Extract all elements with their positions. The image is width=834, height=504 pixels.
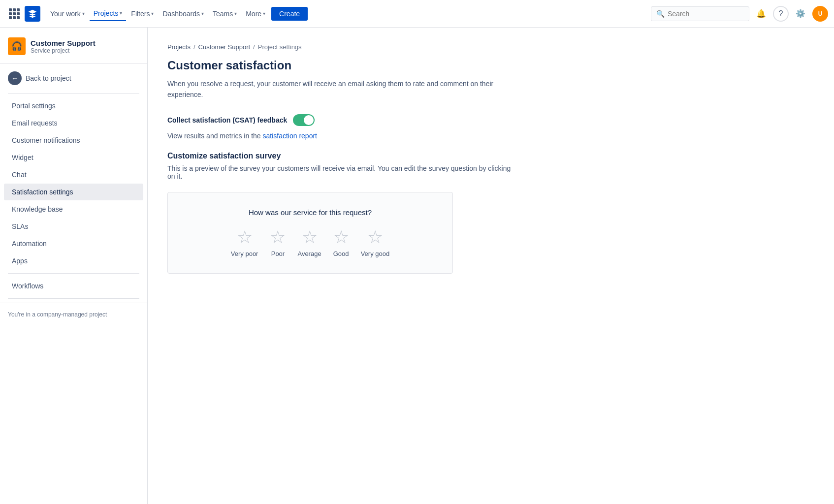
star-rating: ☆Very poor☆Poor☆Average☆Good☆Very good <box>180 228 441 257</box>
sidebar-divider-2 <box>8 273 139 274</box>
star-icon: ☆ <box>367 228 383 246</box>
toggle-thumb <box>304 115 314 125</box>
star-icon: ☆ <box>237 228 253 246</box>
star-label: Very good <box>361 250 390 257</box>
breadcrumb-current: Project settings <box>258 43 302 51</box>
sidebar-divider-3 <box>8 298 139 299</box>
create-button[interactable]: Create <box>271 7 308 21</box>
star-label: Good <box>333 250 349 257</box>
survey-preview: How was our service for this request? ☆V… <box>167 192 453 274</box>
back-to-project-button[interactable]: ← Back to project <box>0 67 147 89</box>
sidebar-item-widget[interactable]: Widget <box>4 149 143 166</box>
customize-description: This is a preview of the survey your cus… <box>167 164 512 180</box>
breadcrumb-projects[interactable]: Projects <box>167 43 191 51</box>
logo[interactable] <box>25 6 40 22</box>
csat-description: View results and metrics in the satisfac… <box>167 132 814 140</box>
star-icon: ☆ <box>270 228 286 246</box>
sidebar-item-portal-settings[interactable]: Portal settings <box>4 97 143 114</box>
sidebar-item-chat[interactable]: Chat <box>4 166 143 183</box>
toggle-check-icon: ✓ <box>296 117 300 123</box>
sidebar: 🎧 Customer Support Service project ← Bac… <box>0 28 148 504</box>
satisfaction-report-link[interactable]: satisfaction report <box>263 132 318 140</box>
star-option-very-good[interactable]: ☆Very good <box>361 228 390 257</box>
project-type: Service project <box>31 47 96 54</box>
star-option-very-poor[interactable]: ☆Very poor <box>231 228 258 257</box>
nav-item-filters[interactable]: Filters▾ <box>127 7 158 21</box>
breadcrumb: Projects / Customer Support / Project se… <box>167 43 814 51</box>
sidebar-item-customer-notifications[interactable]: Customer notifications <box>4 132 143 149</box>
sidebar-item-email-requests[interactable]: Email requests <box>4 115 143 131</box>
csat-setting-row: Collect satisfaction (CSAT) feedback ✓ <box>167 114 814 126</box>
star-label: Very poor <box>231 250 258 257</box>
topnav: Your work▾Projects▾Filters▾Dashboards▾Te… <box>0 0 834 28</box>
settings-button[interactable]: ⚙️ <box>793 6 808 22</box>
notifications-button[interactable]: 🔔 <box>753 6 769 22</box>
project-icon: 🎧 <box>8 37 26 55</box>
sidebar-divider <box>8 93 139 94</box>
survey-question[interactable]: How was our service for this request? <box>180 208 441 217</box>
customize-heading: Customize satisfaction survey <box>167 152 814 160</box>
page-title: Customer satisfaction <box>167 59 814 72</box>
nav-item-dashboards[interactable]: Dashboards▾ <box>159 7 208 21</box>
avatar[interactable]: U <box>812 6 828 22</box>
sidebar-item-slas[interactable]: SLAs <box>4 218 143 235</box>
star-option-average[interactable]: ☆Average <box>297 228 321 257</box>
sidebar-footer: You're in a company-managed project <box>0 303 147 326</box>
star-option-poor[interactable]: ☆Poor <box>270 228 286 257</box>
app-switcher-icon[interactable] <box>6 5 23 22</box>
nav-item-teams[interactable]: Teams▾ <box>209 7 241 21</box>
sidebar-item-automation[interactable]: Automation <box>4 235 143 252</box>
sidebar-item-apps[interactable]: Apps <box>4 252 143 269</box>
star-label: Average <box>297 250 321 257</box>
help-button[interactable]: ? <box>773 6 789 22</box>
csat-toggle[interactable]: ✓ <box>293 114 315 126</box>
sidebar-project: 🎧 Customer Support Service project <box>0 37 147 63</box>
back-icon: ← <box>8 71 22 85</box>
nav-item-more[interactable]: More▾ <box>242 7 269 21</box>
csat-label: Collect satisfaction (CSAT) feedback <box>167 116 287 124</box>
star-label: Poor <box>271 250 285 257</box>
nav-item-projects[interactable]: Projects▾ <box>90 6 127 21</box>
search-box[interactable]: 🔍 <box>651 6 749 21</box>
search-icon: 🔍 <box>656 10 665 18</box>
toggle-track: ✓ <box>293 114 315 126</box>
nav-item-your-work[interactable]: Your work▾ <box>46 7 89 21</box>
main-content: Projects / Customer Support / Project se… <box>148 28 834 504</box>
sidebar-item-knowledge-base[interactable]: Knowledge base <box>4 201 143 218</box>
search-input[interactable] <box>668 10 741 18</box>
sidebar-item-workflows[interactable]: Workflows <box>4 278 143 294</box>
page-description: When you resolve a request, your custome… <box>167 78 512 100</box>
star-icon: ☆ <box>333 228 349 246</box>
breadcrumb-customer-support[interactable]: Customer Support <box>198 43 251 51</box>
sidebar-item-satisfaction-settings[interactable]: Satisfaction settings <box>4 184 143 200</box>
project-name: Customer Support <box>31 39 96 47</box>
star-option-good[interactable]: ☆Good <box>333 228 349 257</box>
star-icon: ☆ <box>302 228 318 246</box>
